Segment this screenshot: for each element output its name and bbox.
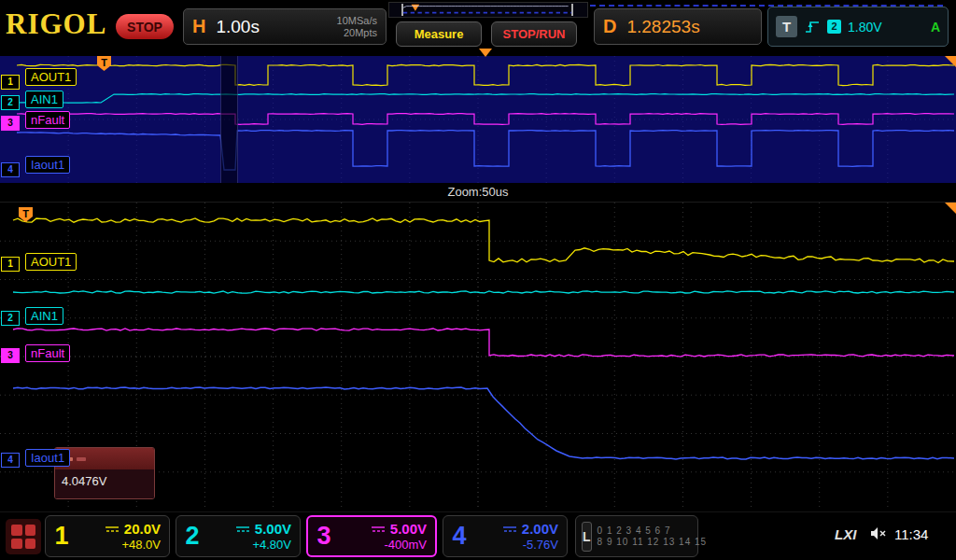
- channel-3-offset: -400mV: [384, 538, 427, 552]
- trigger-mode-indicator: A: [931, 20, 940, 35]
- channel-4-label[interactable]: Iaout1: [25, 156, 70, 174]
- zoom-center-marker-icon: [479, 49, 492, 57]
- topbar: RIGOL STOP H 1.00s 10MSa/s 20Mpts Measur…: [0, 0, 956, 54]
- channel-2-label[interactable]: AIN1: [25, 91, 63, 108]
- coupling-icon: [235, 525, 250, 534]
- channel-3-label[interactable]: nFault: [25, 111, 70, 129]
- channel-4-marker[interactable]: 4: [1, 453, 20, 468]
- channel-2-label[interactable]: AIN1: [25, 307, 63, 325]
- timebase-value: 1.00s: [216, 17, 259, 37]
- rigol-footer-logo: [6, 519, 41, 554]
- channel-3-marker[interactable]: 3: [1, 116, 20, 131]
- delay-value: 1.28253s: [626, 17, 699, 37]
- measurement-value: 4.0476V: [62, 474, 106, 488]
- channel-3-number: 3: [308, 522, 340, 551]
- measurement-glyph: [77, 457, 86, 461]
- channel-4-offset: -5.76V: [523, 538, 558, 552]
- measure-button[interactable]: Measure: [396, 21, 482, 47]
- overview-waveforms: [0, 56, 956, 183]
- coupling-icon: [502, 525, 517, 534]
- coupling-icon: [371, 525, 386, 534]
- trigger-position-marker[interactable]: [412, 5, 420, 11]
- channel-2-marker[interactable]: 2: [1, 311, 20, 326]
- acquisition-info: 10MSa/s 20Mpts: [337, 15, 377, 39]
- run-state-badge: STOP: [116, 14, 174, 39]
- overview-panel[interactable]: T AOUT1 AIN1 nFault Iaout1 1 2 3 4: [0, 56, 956, 183]
- trigger-level-value: 1.80V: [848, 20, 882, 35]
- channel-4-number: 4: [443, 522, 475, 551]
- channel-3-label[interactable]: nFault: [25, 344, 70, 362]
- digital-channels-row2: 8 9 10 11 12 13 14 15: [598, 537, 708, 548]
- trigger-t-icon: T: [776, 16, 797, 37]
- speaker-icon[interactable]: [870, 526, 887, 540]
- channel-1-box[interactable]: 1 20.0V +48.0V: [45, 515, 170, 557]
- zoom-window-indicator[interactable]: [220, 56, 238, 183]
- horizontal-h-icon: H: [192, 16, 205, 37]
- horizontal-position-strip[interactable]: [388, 2, 588, 18]
- stop-run-button[interactable]: STOP/RUN: [491, 21, 577, 47]
- channel-1-number: 1: [46, 522, 77, 551]
- zoom-scale-label: Zoom:50us: [0, 185, 956, 199]
- channel-2-offset: +4.80V: [252, 538, 291, 552]
- channel-3-box[interactable]: 3 5.00V -400mV: [306, 515, 437, 557]
- pan-indicator-icon: [945, 203, 956, 214]
- lxi-indicator: LXI: [835, 526, 856, 542]
- logic-analyzer-box[interactable]: L 0 1 2 3 4 5 6 7 8 9 10 11 12 13 14 15: [575, 515, 698, 557]
- channel-1-marker[interactable]: 1: [1, 257, 20, 272]
- channel-1-label[interactable]: AOUT1: [25, 253, 77, 271]
- waveform-preview: [389, 4, 585, 16]
- channel-2-box[interactable]: 2 5.00V +4.80V: [176, 515, 301, 557]
- channel-1-label[interactable]: AOUT1: [25, 68, 77, 86]
- channel-1-scale: 20.0V: [124, 521, 161, 537]
- zoom-panel[interactable]: T 4.0476V AOUT1 AIN1 nFault Iaout1 1 2 3…: [0, 202, 956, 511]
- delay-settings[interactable]: D 1.28253s: [594, 8, 762, 45]
- rigol-logo: RIGOL: [6, 7, 106, 41]
- channel-2-number: 2: [176, 522, 208, 551]
- clock: 11:34: [894, 526, 928, 542]
- channel-1-marker[interactable]: 1: [1, 75, 20, 90]
- status-bar: 1 20.0V +48.0V 2: [0, 511, 956, 560]
- channel-3-scale: 5.00V: [390, 521, 427, 537]
- pan-indicator-icon: [945, 56, 956, 67]
- channel-4-marker[interactable]: 4: [1, 162, 20, 177]
- trigger-source-badge: 2: [827, 20, 841, 34]
- channel-4-label[interactable]: Iaout1: [25, 449, 70, 467]
- horizontal-settings[interactable]: H 1.00s 10MSa/s 20Mpts: [183, 8, 387, 45]
- memory-depth: 20Mpts: [344, 27, 377, 39]
- digital-channels-row1: 0 1 2 3 4 5 6 7: [598, 525, 708, 537]
- channel-1-offset: +48.0V: [121, 538, 161, 552]
- channel-2-marker[interactable]: 2: [1, 95, 20, 110]
- delay-d-icon: D: [603, 16, 616, 37]
- oscilloscope-screen: RIGOL STOP H 1.00s 10MSa/s 20Mpts Measur…: [0, 0, 956, 560]
- channel-4-box[interactable]: 4 2.00V -5.76V: [443, 515, 568, 557]
- channel-2-scale: 5.00V: [255, 521, 291, 537]
- sample-rate: 10MSa/s: [337, 15, 377, 27]
- channel-4-scale: 2.00V: [522, 521, 558, 537]
- trigger-settings[interactable]: T 2 1.80V A: [767, 7, 949, 47]
- channel-3-marker[interactable]: 3: [1, 348, 20, 363]
- logic-analyzer-icon: L: [582, 522, 592, 552]
- trigger-slope-icon: [804, 20, 821, 35]
- coupling-icon: [105, 525, 120, 534]
